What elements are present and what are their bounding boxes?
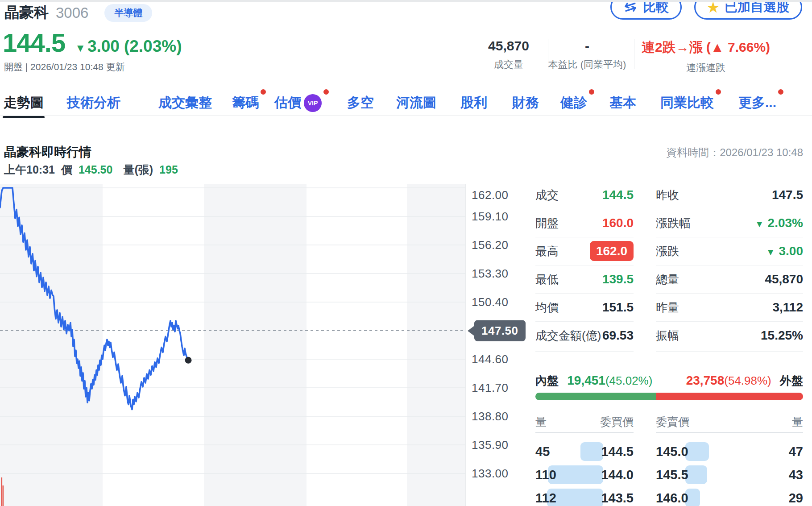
inner-value: 19,451 <box>567 373 605 387</box>
quote-value: 144.5 <box>602 188 634 202</box>
buy-price[interactable]: 144.5 <box>601 444 634 459</box>
tab-8[interactable]: 財務 <box>512 94 539 112</box>
quote-label: 開盤 <box>535 216 559 231</box>
tab-label: 同業比較 <box>660 94 714 112</box>
watchlist-button[interactable]: ★ 已加自選股 <box>694 0 802 20</box>
buy-volume[interactable]: 45 <box>535 444 550 459</box>
stock-name: 晶豪科 <box>4 3 49 23</box>
tab-10[interactable]: 基本 <box>609 94 636 112</box>
quote-label: 昨收 <box>656 187 679 203</box>
watchlist-button-label: 已加自選股 <box>725 0 789 16</box>
outer-lot-stats: 23,758(54.98%) 外盤 <box>686 373 803 389</box>
row-divider <box>656 237 803 237</box>
quote-label: 總量 <box>656 272 679 287</box>
compare-button[interactable]: 比較 <box>610 0 682 20</box>
buy-price[interactable]: 144.0 <box>601 468 634 482</box>
last-price: 144.5 <box>3 28 65 58</box>
tab-12[interactable]: 更多... <box>738 94 776 112</box>
tab-5[interactable]: 多空 <box>347 94 374 112</box>
outer-pct: (54.98%) <box>724 374 771 387</box>
sell-volume[interactable]: 47 <box>789 444 803 459</box>
info-vol: 195 <box>159 163 178 176</box>
tab-label: 技術分析 <box>67 94 120 112</box>
order-book-header: 委買價 <box>600 415 634 429</box>
outer-value: 23,758 <box>686 373 725 387</box>
notification-dot-icon <box>716 89 721 95</box>
tab-label: 估價 <box>274 94 301 112</box>
header-divider <box>656 432 803 433</box>
row-divider <box>535 351 634 352</box>
volume-bar <box>3 485 4 506</box>
y-axis-tick: 138.80 <box>472 410 509 423</box>
info-price-label: 價 <box>61 162 72 177</box>
sell-price[interactable]: 145.5 <box>656 468 688 482</box>
outer-label: 外盤 <box>780 374 803 387</box>
info-vol-label: 量(張) <box>123 162 153 177</box>
buy-price[interactable]: 143.5 <box>601 491 634 506</box>
inner-outer-ratio-bar <box>535 393 803 400</box>
buy-volume[interactable]: 112 <box>535 491 556 506</box>
down-arrow-icon: ▼ <box>75 42 86 54</box>
sell-volume[interactable]: 29 <box>789 491 803 506</box>
vip-badge-icon: VIP <box>304 94 322 112</box>
y-axis-tick: 135.90 <box>472 438 509 452</box>
tab-label: 股利 <box>460 94 487 112</box>
price-line <box>0 188 188 410</box>
tabs-divider <box>0 115 812 116</box>
sell-price[interactable]: 145.0 <box>656 444 688 459</box>
stats-divider <box>634 39 634 69</box>
chart-title: 晶豪科即時行情 <box>4 144 91 161</box>
quote-value: 45,870 <box>765 272 803 286</box>
quote-value: 139.5 <box>602 272 634 286</box>
sell-volume[interactable]: 43 <box>789 468 803 482</box>
row-divider <box>656 265 803 265</box>
row-divider <box>656 322 803 322</box>
stat-value: 連2跌→漲 (▲ 7.66%) <box>630 38 782 57</box>
y-axis-tick: 141.70 <box>472 381 509 395</box>
tab-label: 健診 <box>560 94 587 112</box>
outer-bar <box>656 393 803 400</box>
tab-3[interactable]: 籌碼 <box>232 94 259 112</box>
inner-label: 內盤 <box>535 374 559 387</box>
inner-lot-stats: 內盤 19,451(45.02%) <box>535 373 652 389</box>
quote-value: 15.25% <box>761 328 803 343</box>
high-price-badge: 162.0 <box>590 241 634 261</box>
tab-4[interactable]: 估價VIP <box>274 94 322 112</box>
tab-0[interactable]: 走勢圖 <box>4 94 44 112</box>
quote-value: 3,112 <box>772 300 803 315</box>
notification-dot-icon <box>589 89 594 95</box>
hour-band <box>204 184 307 506</box>
quote-value: 147.5 <box>772 188 803 202</box>
stats-divider <box>548 39 548 69</box>
notification-dot-icon <box>323 89 329 95</box>
tab-7[interactable]: 股利 <box>460 94 487 112</box>
row-divider <box>656 351 803 352</box>
tab-6[interactable]: 河流圖 <box>396 94 436 112</box>
notification-dot-icon <box>261 89 266 95</box>
stat-label: 連漲連跌 <box>630 61 782 75</box>
tab-11[interactable]: 同業比較 <box>660 94 714 112</box>
quote-label: 振幅 <box>656 328 679 344</box>
compare-button-label: 比較 <box>643 0 669 16</box>
tab-label: 財務 <box>512 94 539 112</box>
quote-label: 成交金額(億) <box>535 328 601 344</box>
down-arrow-icon: ▼ <box>766 247 775 257</box>
row-divider <box>656 209 803 209</box>
row-divider <box>535 322 634 322</box>
industry-tag[interactable]: 半導體 <box>104 4 152 22</box>
tab-2[interactable]: 成交彙整 <box>158 94 212 112</box>
tab-9[interactable]: 健診 <box>560 94 587 112</box>
buy-volume[interactable]: 110 <box>535 468 556 482</box>
header-divider <box>535 432 634 433</box>
sell-volume-bar <box>685 465 707 484</box>
order-book-header: 量 <box>535 415 547 429</box>
tab-1[interactable]: 技術分析 <box>67 94 120 112</box>
quote-value: 151.5 <box>602 300 634 315</box>
info-time: 上午10:31 <box>4 162 55 177</box>
data-time: 資料時間：2026/01/23 10:48 <box>666 145 803 160</box>
intraday-chart[interactable]: 162.00159.10156.20153.30150.40147.50144.… <box>0 0 812 506</box>
sell-price[interactable]: 146.0 <box>656 491 688 506</box>
order-book-header: 委賣價 <box>656 415 689 429</box>
down-arrow-icon: ▼ <box>755 219 764 229</box>
quote-label: 均價 <box>535 300 559 315</box>
